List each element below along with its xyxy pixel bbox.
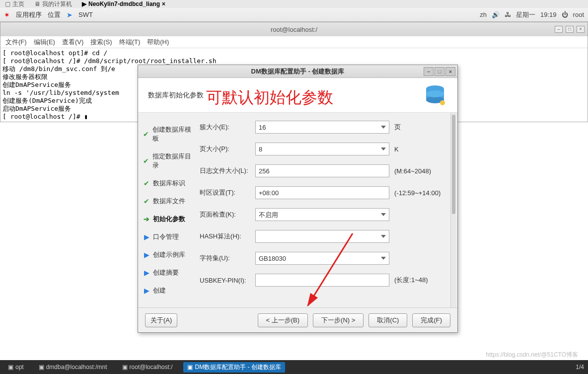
menu-view[interactable]: 查看(V) — [62, 38, 83, 47]
tz-label: 时区设置(T): — [200, 188, 255, 197]
step-label: 数据库文件 — [153, 197, 185, 206]
day-label: 星期一 — [516, 10, 535, 19]
network-icon[interactable]: 🖧 — [505, 11, 511, 18]
desktop-menubar: ✶ 应用程序 位置 ➤ SWT zh 🔊 🖧 星期一 19:19 ⏻ root — [0, 8, 588, 22]
maximize-button[interactable]: □ — [566, 26, 574, 33]
terminal-menubar: 文件(F) 编辑(E) 查看(V) 搜索(S) 终端(T) 帮助(H) — [0, 36, 588, 48]
check-select[interactable]: 不启用 — [255, 208, 389, 221]
check-label: 页面检查(K): — [200, 210, 255, 219]
page-select[interactable]: 8 — [255, 143, 389, 155]
step-mark-icon: ✔ — [143, 197, 150, 205]
extent-suffix: 页 — [394, 123, 401, 132]
scrollbar[interactable] — [450, 113, 456, 307]
editor-tabs: ▢ 主页 🖥 我的计算机 ▶ NeoKylin7-dmdbcd_liang × — [0, 0, 588, 8]
swt-icon: ➤ — [67, 11, 73, 19]
menu-edit[interactable]: 编辑(E) — [34, 38, 55, 47]
tz-input[interactable] — [255, 186, 389, 199]
step-mark-icon: ▶ — [143, 233, 150, 241]
page-suffix: K — [394, 146, 399, 153]
terminal-titlebar: root@localhost:/ – □ × — [0, 22, 588, 36]
wizard-step-2[interactable]: ✔数据库标识 — [141, 174, 195, 192]
taskbar: ▣ opt ▣ dmdba@localhost:/mnt ▣ root@loca… — [0, 360, 588, 374]
task-root[interactable]: ▣ root@localhost:/ — [118, 363, 177, 372]
task-dmconfig[interactable]: ▣ DM数据库配置助手 - 创建数据库 — [183, 362, 285, 373]
next-button[interactable]: 下一步(N) > — [313, 313, 364, 327]
cancel-button[interactable]: 取消(C) — [368, 313, 407, 327]
step-label: 初始化参数 — [153, 215, 185, 224]
step-label: 数据库标识 — [153, 179, 185, 188]
charset-label: 字符集(U): — [200, 254, 255, 263]
input-method[interactable]: zh — [480, 11, 487, 18]
extent-label: 簇大小(E): — [200, 123, 255, 132]
step-label: 指定数据库目录 — [152, 152, 193, 170]
log-label: 日志文件大小(L): — [200, 166, 255, 175]
svg-line-5 — [308, 233, 353, 305]
dialog-title: DM数据库配置助手 - 创建数据库 — [251, 67, 345, 76]
dialog-titlebar: DM数据库配置助手 - 创建数据库 – □ × — [138, 65, 457, 78]
menu-places[interactable]: 位置 — [48, 10, 61, 19]
svg-point-4 — [440, 100, 445, 105]
menu-applications[interactable]: 应用程序 — [16, 10, 42, 19]
step-label: 创建摘要 — [153, 268, 179, 277]
step-mark-icon: ➔ — [143, 215, 150, 223]
usb-suffix: (长度:1~48) — [394, 276, 428, 285]
database-icon — [418, 83, 447, 108]
task-opt[interactable]: ▣ opt — [4, 363, 28, 372]
workspace-indicator[interactable]: 1/4 — [576, 364, 584, 371]
menu-file[interactable]: 文件(F) — [5, 38, 27, 47]
dialog-maximize[interactable]: □ — [435, 67, 444, 76]
step-mark-icon: ▶ — [143, 251, 150, 259]
step-label: 创建示例库 — [153, 250, 185, 259]
dialog-close[interactable]: × — [445, 67, 455, 76]
step-label: 创建数据库模板 — [152, 125, 193, 143]
tab-home[interactable]: ▢ 主页 — [5, 0, 24, 8]
log-suffix: (M:64~2048) — [394, 167, 431, 175]
step-label: 创建 — [153, 286, 166, 295]
step-mark-icon: ▶ — [143, 287, 150, 295]
log-input[interactable] — [255, 164, 389, 177]
tab-neokylin[interactable]: ▶ NeoKylin7-dmdbcd_liang × — [82, 0, 165, 7]
about-button[interactable]: 关于(A) — [145, 313, 177, 327]
minimize-button[interactable]: – — [555, 26, 563, 33]
wizard-step-4[interactable]: ➔初始化参数 — [141, 210, 195, 228]
hash-label: HASH算法(H): — [200, 232, 255, 241]
clock: 19:19 — [540, 11, 557, 18]
close-button[interactable]: × — [577, 26, 585, 33]
wizard-step-3[interactable]: ✔数据库文件 — [141, 192, 195, 210]
usb-label: USBKEY-PIN(I): — [200, 277, 255, 284]
prev-button[interactable]: < 上一步(B) — [258, 313, 308, 327]
finish-button[interactable]: 完成(F) — [412, 313, 450, 327]
dialog-subtitle: 数据库初始化参数 — [148, 91, 204, 100]
tz-suffix: (-12:59~+14:00) — [394, 189, 441, 197]
tab-mycomputer[interactable]: 🖥 我的计算机 — [34, 0, 72, 8]
step-mark-icon: ✔ — [143, 130, 149, 138]
wizard-step-1[interactable]: ✔指定数据库目录 — [141, 148, 195, 174]
watermark: https://blog.csdn.net/@51CTO博客 — [486, 351, 578, 359]
wizard-step-6[interactable]: ▶创建示例库 — [141, 246, 195, 264]
svg-point-3 — [426, 90, 444, 97]
menu-search[interactable]: 搜索(S) — [90, 38, 112, 47]
step-label: 口令管理 — [153, 232, 179, 241]
menu-terminal[interactable]: 终端(T) — [119, 38, 141, 47]
wizard-step-5[interactable]: ▶口令管理 — [141, 228, 195, 246]
task-dmdba[interactable]: ▣ dmdba@localhost:/mnt — [35, 363, 111, 372]
wizard-step-8[interactable]: ▶创建 — [141, 282, 195, 299]
user-label: root — [573, 11, 584, 18]
extent-select[interactable]: 16 — [255, 121, 389, 134]
step-mark-icon: ▶ — [143, 269, 150, 277]
terminal-title: root@localhost:/ — [271, 26, 317, 33]
wizard-step-0[interactable]: ✔创建数据库模板 — [141, 121, 195, 148]
menu-help[interactable]: 帮助(H) — [147, 38, 169, 47]
power-icon[interactable]: ⏻ — [562, 11, 568, 18]
wizard-steps: ✔创建数据库模板✔指定数据库目录✔数据库标识✔数据库文件➔初始化参数▶口令管理▶… — [138, 113, 198, 307]
volume-icon[interactable]: 🔊 — [492, 11, 500, 18]
menu-swt[interactable]: SWT — [78, 11, 93, 18]
dialog-minimize[interactable]: – — [424, 67, 434, 76]
annotation-text: 可默认初始化参数 — [206, 87, 333, 109]
apps-icon: ✶ — [4, 11, 10, 19]
annotation-arrow — [298, 228, 358, 313]
step-mark-icon: ✔ — [143, 179, 150, 187]
step-mark-icon: ✔ — [143, 157, 149, 165]
wizard-step-7[interactable]: ▶创建摘要 — [141, 264, 195, 282]
page-label: 页大小(P): — [200, 145, 255, 153]
